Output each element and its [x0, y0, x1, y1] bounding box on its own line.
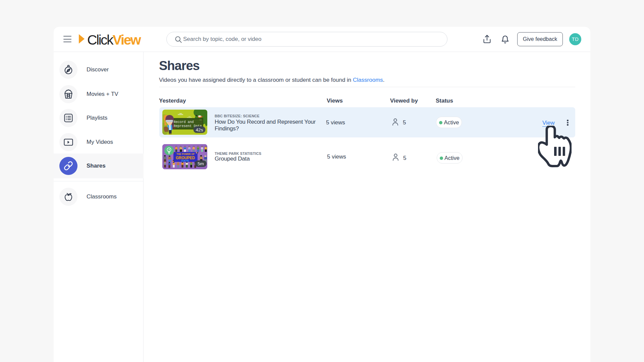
svg-text:42s: 42s: [196, 127, 203, 132]
svg-text:?: ?: [168, 148, 170, 152]
svg-text:DATA: DATA: [181, 159, 189, 162]
svg-text:Record and: Record and: [174, 120, 194, 124]
svg-text:5m: 5m: [198, 161, 204, 166]
